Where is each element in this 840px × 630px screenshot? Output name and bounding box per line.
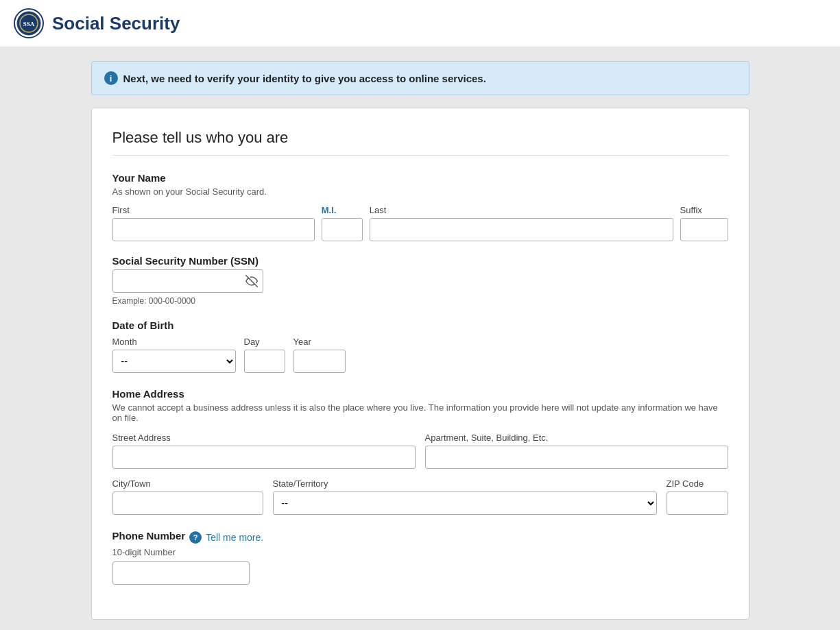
ssn-input-wrapper — [112, 269, 263, 293]
state-select[interactable]: --AlabamaAlaskaArizonaArkansasCalifornia… — [273, 492, 657, 515]
address-description: We cannot accept a business address unle… — [112, 402, 728, 423]
address-row1: Street Address Apartment, Suite, Buildin… — [112, 433, 728, 469]
svg-text:SSA: SSA — [23, 21, 35, 27]
mi-group: M.I. — [322, 205, 363, 241]
month-label: Month — [112, 337, 236, 347]
year-group: Year — [293, 337, 346, 373]
suffix-label: Suffix — [680, 205, 728, 215]
site-header: SSA Social Security — [0, 0, 840, 47]
year-label: Year — [293, 337, 346, 347]
day-label: Day — [244, 337, 285, 347]
phone-input[interactable] — [112, 561, 250, 585]
first-name-label: First — [112, 205, 315, 215]
last-name-group: Last — [370, 205, 673, 241]
zip-input[interactable] — [667, 492, 728, 515]
ssn-section: Social Security Number (SSN) Example: 00… — [112, 255, 728, 306]
phone-label-row: Phone Number ? Tell me more. — [112, 530, 728, 544]
form-card: Please tell us who you are Your Name As … — [91, 108, 749, 620]
last-name-input[interactable] — [370, 218, 673, 241]
street-label: Street Address — [112, 433, 416, 443]
dob-section: Date of Birth Month --JanuaryFebruaryMar… — [112, 319, 728, 373]
ssn-title: Social Security Number (SSN) — [112, 255, 728, 267]
apt-input[interactable] — [425, 446, 728, 469]
day-input[interactable] — [244, 350, 285, 373]
address-row2: City/Town State/Territory --AlabamaAlask… — [112, 478, 728, 515]
street-input[interactable] — [112, 446, 416, 469]
state-label: State/Territory — [273, 478, 657, 489]
month-group: Month --JanuaryFebruaryMarchAprilMayJune… — [112, 337, 236, 373]
mi-input[interactable] — [322, 218, 363, 241]
city-input[interactable] — [112, 492, 263, 515]
ssa-logo: SSA — [14, 8, 44, 38]
dob-fields-row: Month --JanuaryFebruaryMarchAprilMayJune… — [112, 337, 728, 373]
your-name-title: Your Name — [112, 172, 728, 184]
info-icon: i — [104, 71, 118, 85]
ssn-example-text: Example: 000-00-0000 — [112, 296, 728, 306]
year-input[interactable] — [293, 350, 346, 373]
mi-label: M.I. — [322, 205, 363, 215]
dob-title: Date of Birth — [112, 319, 728, 331]
zip-label: ZIP Code — [667, 478, 728, 489]
name-fields-row: First M.I. Last Suffix — [112, 205, 728, 241]
first-name-input[interactable] — [112, 218, 315, 241]
ssn-input[interactable] — [112, 269, 263, 293]
form-title: Please tell us who you are — [112, 129, 728, 156]
info-banner: i Next, we need to verify your identity … — [91, 61, 749, 95]
suffix-input[interactable] — [680, 218, 728, 241]
your-name-subtitle: As shown on your Social Security card. — [112, 186, 728, 197]
main-content: i Next, we need to verify your identity … — [77, 61, 763, 620]
phone-help-icon[interactable]: ? — [189, 531, 202, 544]
zip-group: ZIP Code — [667, 478, 728, 515]
your-name-section: Your Name As shown on your Social Securi… — [112, 172, 728, 241]
tell-me-more-link[interactable]: Tell me more. — [206, 532, 263, 543]
phone-title: Phone Number — [112, 530, 186, 542]
city-label: City/Town — [112, 478, 263, 489]
info-banner-text: Next, we need to verify your identity to… — [123, 73, 486, 84]
first-name-group: First — [112, 205, 315, 241]
city-group: City/Town — [112, 478, 263, 515]
site-title: Social Security — [52, 13, 180, 34]
suffix-group: Suffix — [680, 205, 728, 241]
phone-section: Phone Number ? Tell me more. 10-digit Nu… — [112, 530, 728, 585]
address-section: Home Address We cannot accept a business… — [112, 388, 728, 515]
apt-label: Apartment, Suite, Building, Etc. — [425, 433, 728, 443]
street-group: Street Address — [112, 433, 416, 469]
phone-subtitle: 10-digit Number — [112, 547, 728, 557]
state-group: State/Territory --AlabamaAlaskaArizonaAr… — [273, 478, 657, 515]
ssn-toggle-visibility-button[interactable] — [245, 275, 258, 287]
apt-group: Apartment, Suite, Building, Etc. — [425, 433, 728, 469]
month-select[interactable]: --JanuaryFebruaryMarchAprilMayJuneJulyAu… — [112, 350, 236, 373]
day-group: Day — [244, 337, 285, 373]
address-title: Home Address — [112, 388, 728, 400]
last-name-label: Last — [370, 205, 673, 215]
eye-off-icon — [245, 275, 258, 287]
